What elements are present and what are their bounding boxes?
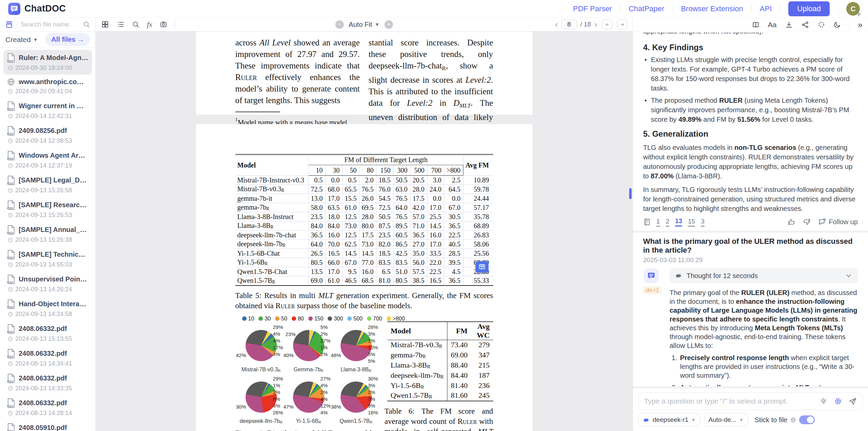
share-icon[interactable] xyxy=(801,21,809,29)
citation-page-chip[interactable]: 3 xyxy=(701,218,705,227)
stick-to-file-toggle[interactable] xyxy=(799,415,815,424)
page-number-input[interactable] xyxy=(561,20,577,29)
nav-link-chatpaper[interactable]: ChatPaper xyxy=(629,4,664,13)
formula-icon[interactable]: fx xyxy=(147,20,152,29)
file-item[interactable]: PDFUnsupervised Point Cloud Re...2024-09… xyxy=(3,271,92,296)
file-item[interactable]: PDFWigner current in multidimen...2024-0… xyxy=(3,98,92,123)
model-cell: deepseek-llm-7bR xyxy=(235,240,309,249)
citation-page-chip[interactable]: 2 xyxy=(666,218,670,227)
archive-icon[interactable] xyxy=(5,20,14,29)
prev-page-icon[interactable]: ‹ xyxy=(555,20,558,29)
collapse-panel-icon[interactable]: » xyxy=(858,20,863,29)
file-item[interactable]: PDF[SAMPLE] Legal_Document.pdf2024-09-13… xyxy=(3,172,92,197)
file-item[interactable]: PDF[SAMPLE] Technical_Manual....2024-09-… xyxy=(3,247,92,271)
file-item[interactable]: www.anthropic.com.html2024-09-20 09:41:0… xyxy=(3,75,92,98)
clock-icon xyxy=(8,361,13,366)
file-item-top: PDFUnsupervised Point Cloud Re... xyxy=(7,274,89,284)
search-input[interactable] xyxy=(21,21,79,28)
column-header: 300 xyxy=(393,165,410,176)
dark-mode-icon[interactable] xyxy=(833,21,841,28)
avatar[interactable]: C xyxy=(846,2,860,16)
nav-link-api[interactable]: API xyxy=(760,4,772,13)
value-cell: 17.0 xyxy=(427,203,444,212)
next-page-icon[interactable]: › xyxy=(594,20,597,29)
model-select[interactable]: deepseek-r1 ▼ xyxy=(638,413,700,426)
file-date-text: 2024-08-13 14:33:35 xyxy=(15,385,72,392)
table-row: gemma-7bR58.063.561.069.572.564.042.017.… xyxy=(235,203,493,212)
pie-label: 2% xyxy=(273,389,286,395)
upload-button[interactable]: Upload xyxy=(788,1,830,16)
file-item-top: PDF2408.06332.pdf xyxy=(7,373,89,383)
pdf-scrollbar-thumb[interactable] xyxy=(629,188,632,199)
zoom-in-icon[interactable]: + xyxy=(385,20,393,29)
file-item[interactable]: PDF[SAMPLE] Research_Paper.pdf2024-09-13… xyxy=(3,197,92,222)
model-cell: deepseek-llm-7b-chat xyxy=(235,231,309,240)
question-input[interactable] xyxy=(644,397,813,405)
file-item[interactable]: PDFWindows Agent Arena: Evalua...2024-09… xyxy=(3,148,92,172)
book-icon[interactable] xyxy=(752,21,760,29)
file-item[interactable]: PDF[SAMPLE] Annual_Report.pdf2024-09-13 … xyxy=(3,222,92,247)
svg-text:PDF: PDF xyxy=(7,157,14,160)
thumbs-down-icon[interactable] xyxy=(803,218,811,226)
history-forward-icon[interactable] xyxy=(617,19,627,30)
file-title: [SAMPLE] Research_Paper.pdf xyxy=(19,201,89,209)
file-item[interactable]: PDF2408.06332.pdf2024-08-13 14:33:35 xyxy=(3,370,92,395)
file-date-text: 2024-09-14 12:42:31 xyxy=(15,113,72,120)
thumbnails-icon[interactable] xyxy=(101,20,109,28)
file-item[interactable]: PDF2408.05910.pdf2024-08-13 14:26:51 xyxy=(3,420,92,431)
zoom-mode-dropdown[interactable]: Auto Fit▼ xyxy=(349,21,380,28)
value-cell: 30.5 xyxy=(444,212,463,221)
sort-created-dropdown[interactable]: Created▼ xyxy=(5,36,38,44)
pdf-file-icon: PDF xyxy=(7,274,15,284)
avg-cell: 25.56 xyxy=(463,249,493,258)
outline-list-icon[interactable] xyxy=(116,20,124,28)
file-item[interactable]: PDF2408.06332.pdf2024-08-13 14:28:14 xyxy=(3,395,92,420)
download-icon[interactable] xyxy=(785,21,793,29)
brand[interactable]: ChatDOC xyxy=(8,3,66,15)
citation-page-chip[interactable]: 1 xyxy=(656,218,660,227)
value-cell: 18.5 xyxy=(377,249,393,258)
zoom-out-icon[interactable]: − xyxy=(335,20,344,29)
pdf-file-icon: PDF xyxy=(7,299,15,309)
thumbs-up-icon[interactable] xyxy=(788,218,795,226)
history-back-icon[interactable] xyxy=(602,19,612,30)
send-icon[interactable] xyxy=(848,397,857,406)
file-item[interactable]: PDF2408.06332.pdf2024-08-13 15:13:55 xyxy=(3,321,92,346)
nav-link-browser-extension[interactable]: Browser Extension xyxy=(681,4,743,13)
pdf-file-icon: PDF xyxy=(7,175,15,185)
pdf-file-icon: PDF xyxy=(7,53,15,63)
settings-icon[interactable] xyxy=(834,397,842,406)
file-item[interactable]: PDFHand-Object Interaction Pretr...2024-… xyxy=(3,296,92,321)
column-group-header: FM of Different Target Length xyxy=(309,155,463,165)
nav-link-pdf-parser[interactable]: PDF Parser xyxy=(573,4,612,13)
idea-icon[interactable] xyxy=(819,397,828,405)
openai-icon[interactable] xyxy=(817,21,825,28)
pie-chart: 47%27%4%2%4%12%4%Yi-1.5-6BR xyxy=(285,374,332,426)
value-cell: 84.0 xyxy=(309,221,326,231)
search-icon[interactable] xyxy=(82,20,91,28)
citation-page-chip[interactable]: 13 xyxy=(675,217,682,227)
chat-toolbar: Aa » xyxy=(633,18,868,32)
snapshot-icon[interactable] xyxy=(159,20,168,28)
legend-label: 300 xyxy=(334,316,343,322)
table-annotation-button[interactable] xyxy=(476,261,488,273)
citation-page-chip[interactable]: 15 xyxy=(688,218,695,227)
value-cell: 16.0 xyxy=(360,267,377,276)
info-icon[interactable] xyxy=(790,417,796,423)
column-header: 30 xyxy=(326,165,343,176)
follow-up-button[interactable]: Follow up xyxy=(818,218,858,226)
file-item[interactable]: PDFRuler: A Model-Agnostic Meth...2024-0… xyxy=(3,50,92,75)
all-files-button[interactable]: All files → xyxy=(45,33,90,46)
value-cell: 51.0 xyxy=(393,267,410,276)
file-item[interactable]: PDF2408.06332.pdf2024-08-13 14:34:41 xyxy=(3,346,92,370)
thought-toggle[interactable]: Thought for 12 seconds xyxy=(670,268,858,283)
detect-select[interactable]: Auto-de... ▼ xyxy=(704,413,748,426)
pdf-scroll-area[interactable]: across All Level showed an average impro… xyxy=(96,32,633,431)
nav-divider xyxy=(780,5,780,13)
file-date: 2024-09-13 14:55:03 xyxy=(7,261,89,268)
search-document-icon[interactable] xyxy=(132,20,140,28)
file-item[interactable]: PDF2409.08256.pdf2024-09-14 12:38:53 xyxy=(3,123,92,148)
file-date-text: 2024-09-13 15:26:38 xyxy=(15,236,72,243)
file-date: 2024-09-13 15:26:53 xyxy=(7,212,89,219)
font-size-icon[interactable]: Aa xyxy=(768,21,777,29)
